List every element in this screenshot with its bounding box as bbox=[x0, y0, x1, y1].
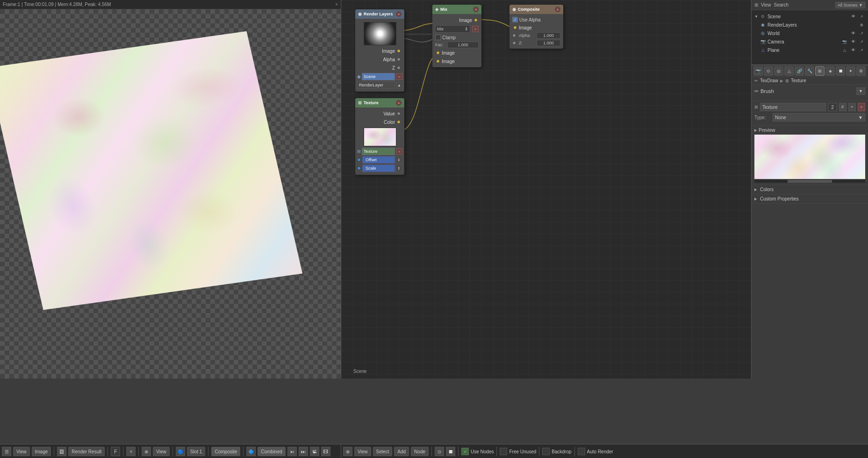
node-icon2[interactable]: 🔲 bbox=[446, 447, 455, 456]
rl-up-btn[interactable]: ▲ bbox=[396, 82, 402, 88]
composite-btn[interactable]: Composite bbox=[211, 447, 240, 456]
bottom-icon5[interactable]: ⏯ bbox=[287, 447, 297, 456]
preview-header[interactable]: Preview bbox=[754, 128, 865, 133]
mix-node[interactable]: ◈ Mix × Image Mix ⇕ bbox=[432, 5, 481, 67]
plane-icon2[interactable]: △ bbox=[841, 46, 848, 54]
node-btn-node[interactable]: Node bbox=[411, 447, 429, 456]
rl-z-socket bbox=[397, 66, 401, 70]
texture-remove-btn[interactable]: × bbox=[858, 103, 865, 111]
node-divider4 bbox=[539, 447, 539, 456]
prop-icon-world[interactable]: ◎ bbox=[774, 66, 783, 76]
texdraw-item-1[interactable]: TexDraw bbox=[760, 78, 778, 83]
outliner-search-btn[interactable]: Search bbox=[774, 2, 789, 7]
texture-scale-arrow[interactable]: ⇕ bbox=[395, 165, 402, 172]
texture-f-btn[interactable]: F bbox=[839, 103, 846, 111]
mix-x-btn[interactable]: × bbox=[472, 26, 479, 32]
texdraw-item-2[interactable]: Texture bbox=[791, 78, 806, 83]
bottom-icon4[interactable]: 🔷 bbox=[246, 447, 256, 456]
prop-icon-scene[interactable]: ⊙ bbox=[764, 66, 773, 76]
prop-icon-material[interactable]: ◈ bbox=[825, 66, 835, 76]
world-cursor-icon[interactable]: ↗ bbox=[858, 29, 865, 37]
composite-node[interactable]: ◉ Composite × ✓ Use Alpha Image bbox=[509, 5, 563, 49]
all-scenes-dropdown[interactable]: All Scenes ▼ bbox=[835, 2, 865, 8]
render-layers-close[interactable]: × bbox=[396, 11, 402, 17]
add-btn-node[interactable]: Add bbox=[394, 447, 409, 456]
texture-value-row: Value bbox=[355, 109, 404, 118]
texture-offset-arrow[interactable]: ⇕ bbox=[395, 156, 402, 164]
view-btn-node[interactable]: View bbox=[354, 447, 371, 456]
prop-icon-render[interactable]: 📷 bbox=[753, 66, 763, 76]
world-eye-icon[interactable]: 👁 bbox=[849, 29, 857, 37]
type-dropdown[interactable]: None ▼ bbox=[773, 113, 865, 122]
bottom-icon6[interactable]: ⏭ bbox=[299, 447, 308, 456]
prop-icon-data[interactable]: ⊞ bbox=[815, 66, 825, 76]
colors-collapse-row[interactable]: Colors bbox=[754, 187, 865, 192]
prop-icon-physics[interactable]: ⚙ bbox=[856, 66, 866, 76]
composite-alpha-field[interactable]: 1.000 bbox=[537, 32, 560, 39]
texture-offset-field[interactable]: Offset bbox=[362, 156, 395, 164]
combined-btn[interactable]: Combined bbox=[258, 447, 286, 456]
outliner-view-btn[interactable]: View bbox=[761, 2, 771, 7]
image-btn[interactable]: Image bbox=[32, 447, 51, 456]
brush-menu-btn[interactable]: ▼ bbox=[856, 87, 865, 95]
view-btn-left[interactable]: View bbox=[13, 447, 30, 456]
use-nodes-checkbox[interactable]: ✓ bbox=[461, 448, 469, 455]
prop-icon-particles[interactable]: ✦ bbox=[846, 66, 855, 76]
view-btn-left2[interactable]: View bbox=[153, 447, 170, 456]
rl-renderlayer-field[interactable]: RenderLayer bbox=[357, 81, 395, 89]
outliner-scene[interactable]: ▼ ⊙ Scene 👁 ↗ bbox=[752, 12, 868, 21]
select-btn-node[interactable]: Select bbox=[373, 447, 393, 456]
outliner-camera[interactable]: 📷 Camera 📷 👁 ↗ bbox=[757, 37, 868, 46]
auto-render-checkbox[interactable] bbox=[578, 448, 585, 455]
camera-cursor-icon[interactable]: ↗ bbox=[858, 38, 865, 45]
node-editor-icon[interactable]: ⊕ bbox=[343, 447, 352, 456]
texture-name-input[interactable] bbox=[760, 103, 826, 111]
node-icon1[interactable]: ⊙ bbox=[435, 447, 444, 456]
scene-eye-icon[interactable]: 👁 bbox=[849, 13, 857, 20]
preview-scrollbar[interactable] bbox=[754, 180, 865, 183]
texture-add-btn[interactable]: + bbox=[848, 103, 856, 111]
bottom-icon8[interactable]: 🎞 bbox=[321, 447, 330, 456]
bottom-icon2[interactable]: ⊕ bbox=[142, 447, 151, 456]
render-layers-node[interactable]: ◉ Render Layers × Image Alpha bbox=[355, 9, 404, 92]
prop-icon-modifier[interactable]: 🔧 bbox=[805, 66, 814, 76]
prop-icon-object[interactable]: △ bbox=[784, 66, 794, 76]
rl-scene-field[interactable]: Scene bbox=[362, 73, 395, 80]
texture-close[interactable]: × bbox=[396, 100, 402, 106]
render-result-btn[interactable]: Render Result bbox=[68, 447, 105, 456]
texture-scale-field[interactable]: Scale bbox=[362, 165, 395, 172]
slot-btn[interactable]: Slot 1 bbox=[187, 447, 206, 456]
bottom-left-icon1[interactable]: ☰ bbox=[2, 447, 11, 456]
backdrop-checkbox[interactable] bbox=[542, 448, 550, 455]
camera-eye-icon[interactable]: 👁 bbox=[849, 38, 857, 45]
outliner-world[interactable]: ◎ World 👁 ↗ bbox=[757, 29, 868, 37]
mix-close[interactable]: × bbox=[473, 7, 479, 12]
rl-scene-row: ◉ Scene × bbox=[357, 73, 402, 80]
mix-fac-field[interactable]: 1.000 bbox=[447, 42, 479, 48]
mix-type-dropdown[interactable]: Mix ⇕ bbox=[435, 25, 470, 33]
texture-x-btn[interactable]: × bbox=[396, 148, 402, 155]
composite-close[interactable]: × bbox=[555, 7, 560, 12]
texture-node[interactable]: ⊞ Texture × Value Color bbox=[355, 98, 404, 175]
prop-icon-texture[interactable]: 🔲 bbox=[836, 66, 845, 76]
outliner-plane[interactable]: △ Plane △ 👁 ↗ bbox=[757, 46, 868, 54]
mix-clamp-checkbox[interactable] bbox=[435, 35, 441, 40]
free-unused-checkbox[interactable] bbox=[500, 448, 507, 455]
rl-scene-x[interactable]: × bbox=[396, 73, 402, 80]
node-editor[interactable]: ◉ Render Layers × Image Alpha bbox=[341, 0, 751, 379]
composite-z-field[interactable]: 1.000 bbox=[537, 40, 560, 46]
bottom-icon7[interactable]: 📽 bbox=[310, 447, 319, 456]
camera-icon2[interactable]: 📷 bbox=[841, 38, 848, 45]
composite-use-alpha-checkbox[interactable]: ✓ bbox=[512, 17, 518, 22]
scene-cursor-icon[interactable]: ↗ bbox=[858, 13, 865, 20]
outliner-renderlayers[interactable]: ◉ RenderLayers ⊞ bbox=[757, 21, 868, 29]
custom-props-collapse-row[interactable]: Custom Properties bbox=[754, 196, 865, 201]
render-result-icon[interactable]: 🖼 bbox=[57, 447, 66, 456]
bottom-icon3[interactable]: 🔵 bbox=[176, 447, 185, 456]
rl-icon1[interactable]: ⊞ bbox=[858, 21, 865, 29]
close-icon-bottom[interactable]: × bbox=[126, 447, 136, 456]
plane-cursor-icon[interactable]: ↗ bbox=[858, 46, 865, 54]
plane-eye-icon[interactable]: 👁 bbox=[849, 46, 857, 54]
prop-icon-constraint[interactable]: 🔗 bbox=[795, 66, 804, 76]
texture-name-field[interactable]: Texture bbox=[362, 148, 395, 155]
